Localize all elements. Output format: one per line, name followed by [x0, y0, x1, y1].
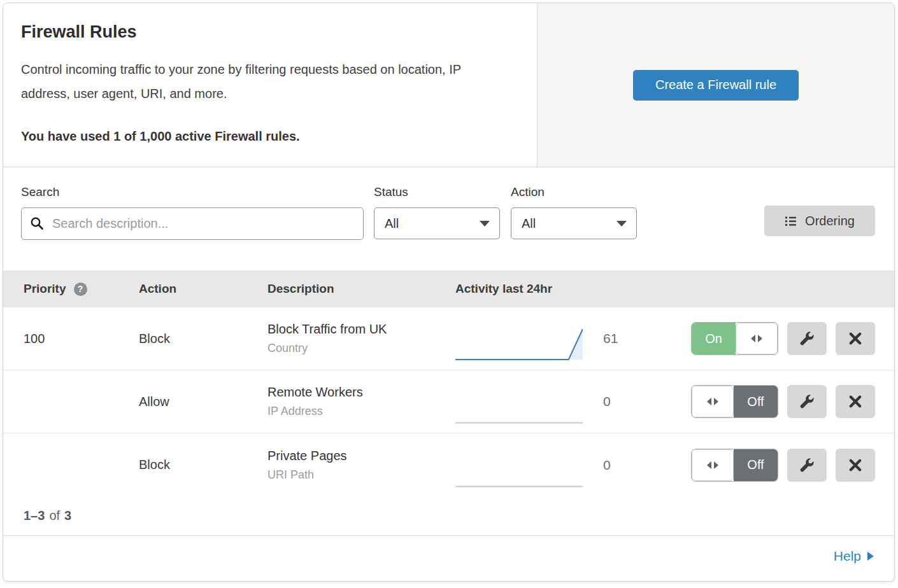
table-body: 100 Block Block Traffic from UK Country …	[3, 307, 894, 496]
search-input[interactable]	[21, 207, 364, 240]
activity-sparkline	[455, 452, 583, 487]
wrench-icon	[799, 458, 815, 473]
pagination-bar: 1–3 of 3	[3, 496, 894, 536]
page-description: Control incoming traffic to your zone by…	[21, 57, 511, 106]
status-filter: Status All	[374, 185, 500, 239]
pagination-total: 3	[64, 508, 71, 523]
rule-description: Block Traffic from UK	[267, 322, 455, 337]
filter-bar: Search Status All Action All	[3, 167, 894, 270]
close-icon	[849, 395, 862, 408]
usage-note: You have used 1 of 1,000 active Firewall…	[21, 129, 515, 144]
rule-description: Private Pages	[267, 449, 455, 463]
delete-rule-button[interactable]	[836, 449, 875, 482]
table-row: Allow Remote Workers IP Address 0 Off	[3, 370, 894, 433]
pagination-of-label: of	[49, 508, 60, 523]
status-select-value: All	[385, 216, 399, 231]
pagination-range: 1–3	[24, 508, 45, 523]
column-description: Description	[267, 282, 455, 296]
edit-rule-button[interactable]	[787, 385, 827, 418]
header-action-section: Create a Firewall rule	[538, 3, 894, 167]
close-icon	[849, 332, 862, 345]
chevron-down-icon	[616, 221, 627, 227]
help-footer: Help	[3, 536, 894, 577]
delete-rule-button[interactable]	[836, 385, 875, 418]
page-title: Firewall Rules	[21, 22, 515, 42]
table-row: Block Private Pages URI Path 0 Off	[3, 433, 894, 496]
rule-controls: Off	[691, 385, 894, 418]
edit-rule-button[interactable]	[787, 322, 827, 355]
column-activity: Activity last 24hr	[455, 282, 552, 296]
status-select[interactable]: All	[374, 207, 500, 239]
rule-controls: Off	[691, 449, 894, 482]
search-icon	[30, 216, 44, 230]
activity-count: 0	[603, 394, 629, 409]
rule-activity-cell: 0	[455, 443, 629, 487]
chevron-down-icon	[480, 221, 490, 227]
toggle-drag-icon	[692, 449, 734, 481]
ordering-list-icon	[785, 215, 797, 227]
ordering-button-label: Ordering	[805, 214, 855, 228]
search-box	[21, 207, 364, 240]
priority-column-label: Priority	[24, 282, 66, 296]
panel-header: Firewall Rules Control incoming traffic …	[3, 3, 894, 167]
rule-enable-toggle[interactable]: On	[691, 322, 778, 355]
column-action: Action	[139, 282, 267, 296]
rule-type: URI Path	[267, 468, 455, 482]
toggle-drag-icon	[736, 323, 778, 354]
delete-rule-button[interactable]	[836, 322, 875, 355]
rule-description-cell: Remote Workers IP Address	[267, 385, 455, 418]
wrench-icon	[799, 331, 815, 346]
help-link-label: Help	[834, 549, 861, 564]
firewall-rules-panel: Firewall Rules Control incoming traffic …	[3, 3, 895, 582]
table-header: Priority ? Action Description Activity l…	[3, 270, 894, 307]
help-link[interactable]: Help	[834, 549, 874, 564]
rule-activity-cell: 0	[455, 379, 629, 424]
rule-action: Block	[139, 332, 267, 346]
column-priority: Priority ?	[24, 282, 139, 296]
rule-description: Remote Workers	[267, 385, 455, 400]
rule-type: IP Address	[267, 405, 455, 418]
activity-count: 61	[603, 331, 629, 346]
rule-enable-toggle[interactable]: Off	[691, 385, 778, 418]
close-icon	[849, 459, 862, 472]
activity-count: 0	[603, 458, 629, 473]
rule-priority: 100	[24, 332, 139, 346]
rule-action: Block	[139, 458, 267, 472]
priority-help-icon[interactable]: ?	[74, 283, 87, 296]
action-label: Action	[511, 185, 637, 199]
action-select[interactable]: All	[511, 207, 637, 239]
action-filter: Action All	[511, 185, 637, 239]
ordering-button[interactable]: Ordering	[764, 206, 875, 236]
table-row: 100 Block Block Traffic from UK Country …	[3, 307, 894, 370]
toggle-state-label: Off	[734, 449, 778, 481]
rule-enable-toggle[interactable]: Off	[691, 449, 778, 482]
header-text-section: Firewall Rules Control incoming traffic …	[3, 3, 538, 167]
activity-sparkline	[455, 325, 583, 361]
search-filter: Search	[21, 185, 364, 240]
status-label: Status	[374, 185, 500, 199]
toggle-state-label: On	[692, 323, 736, 354]
rule-controls: On	[691, 322, 894, 355]
toggle-state-label: Off	[734, 386, 778, 417]
search-label: Search	[21, 185, 364, 199]
rule-action: Allow	[139, 395, 267, 409]
toggle-drag-icon	[692, 386, 734, 417]
action-select-value: All	[522, 216, 536, 231]
help-arrow-icon	[867, 552, 874, 561]
activity-sparkline	[455, 388, 583, 424]
create-firewall-rule-button[interactable]: Create a Firewall rule	[633, 70, 799, 101]
wrench-icon	[799, 394, 815, 409]
rule-description-cell: Block Traffic from UK Country	[267, 322, 455, 355]
rule-activity-cell: 61	[455, 316, 629, 361]
rule-type: Country	[267, 342, 455, 355]
rule-description-cell: Private Pages URI Path	[267, 449, 455, 482]
edit-rule-button[interactable]	[787, 449, 827, 482]
